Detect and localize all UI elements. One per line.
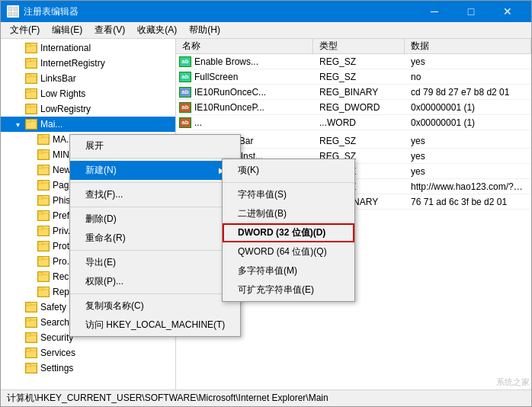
table-row[interactable]: ab FullScreen REG_SZ no xyxy=(176,69,531,85)
menu-edit[interactable]: 编辑(E) xyxy=(46,22,88,38)
primary-context-menu[interactable]: 展开 新建(N) ▶ 查找(F)... 删除(D) 重命名(R) 导出(E) 权… xyxy=(69,134,241,337)
svg-rect-3 xyxy=(14,12,18,16)
svg-rect-32 xyxy=(38,259,49,266)
ctx-expand[interactable]: 展开 xyxy=(70,136,240,155)
row-type-cell: REG_BINARY xyxy=(313,87,405,98)
tree-item-settings[interactable]: Settings xyxy=(1,361,175,376)
svg-rect-24 xyxy=(38,198,49,205)
row-type-cell: REG_DWORD xyxy=(313,102,405,113)
folder-icon xyxy=(25,119,37,130)
row-name-cell: ab Enable Brows... xyxy=(176,56,313,67)
svg-rect-8 xyxy=(26,76,37,83)
ctx-new-expandstring[interactable]: 可扩充字符串值(E) xyxy=(223,280,354,300)
svg-rect-19 xyxy=(38,151,43,153)
menu-bar: 文件(F) 编辑(E) 查看(V) 收藏夹(A) 帮助(H) xyxy=(1,22,531,39)
ctx-new-dword[interactable]: DWORD (32 位值)(D) xyxy=(223,223,354,242)
secondary-context-menu[interactable]: 项(K) 字符串值(S) 二进制值(B) DWORD (32 位值)(D) QW… xyxy=(222,159,355,302)
svg-rect-27 xyxy=(38,212,43,214)
ctx-copy-name[interactable]: 复制项名称(C) xyxy=(70,296,240,316)
row-data-cell: 0x00000001 (1) xyxy=(405,117,531,128)
table-row[interactable]: ab ... ...WORD 0x00000001 (1) xyxy=(176,115,531,130)
col-header-type: 类型 xyxy=(313,39,405,53)
table-row[interactable]: ab IE10RunOnceC... REG_BINARY cd 79 8d 2… xyxy=(176,85,531,100)
svg-rect-46 xyxy=(26,366,37,373)
svg-rect-1 xyxy=(14,7,18,11)
row-type-cell: REG_SZ xyxy=(313,56,405,67)
table-row[interactable]: ab Enable Brows... REG_SZ yes xyxy=(176,54,531,69)
close-button[interactable]: ✕ xyxy=(490,1,525,22)
row-name-cell: ab FullScreen xyxy=(176,72,313,82)
folder-icon xyxy=(37,241,50,252)
ctx-delete[interactable]: 删除(D) xyxy=(70,210,240,229)
ctx-new-binary[interactable]: 二进制值(B) xyxy=(223,204,354,223)
svg-rect-7 xyxy=(26,59,30,62)
folder-icon xyxy=(25,348,37,358)
ctx-find[interactable]: 查找(F)... xyxy=(70,185,240,204)
tree-item-lowregistry[interactable]: LowRegistry xyxy=(1,101,175,117)
reg-sz-icon: ab xyxy=(179,72,191,82)
svg-rect-9 xyxy=(26,75,30,77)
menu-help[interactable]: 帮助(H) xyxy=(183,22,226,38)
table-row[interactable]: ab IE10RunOnceP... REG_DWORD 0x00000001 … xyxy=(176,100,531,115)
folder-icon xyxy=(37,149,50,160)
tree-item-label: LinksBar xyxy=(40,73,76,84)
reg-icon: ab xyxy=(179,117,191,128)
tree-item-label: Security xyxy=(40,332,73,343)
svg-rect-0 xyxy=(8,7,12,11)
folder-icon xyxy=(37,180,50,191)
row-data-cell: 0x00000001 (1) xyxy=(405,102,531,113)
svg-rect-13 xyxy=(26,105,30,107)
ctx-new-key[interactable]: 项(K) xyxy=(223,161,354,180)
svg-rect-4 xyxy=(26,46,37,53)
tree-item-label: Services xyxy=(40,348,75,358)
svg-rect-29 xyxy=(38,227,43,229)
row-data-cell: http://www.hao123.com/?tn=12 xyxy=(405,181,531,192)
folder-icon xyxy=(25,88,37,99)
tree-item-internetregistry[interactable]: InternetRegistry xyxy=(1,56,175,71)
svg-rect-18 xyxy=(38,152,49,159)
ctx-new[interactable]: 新建(N) ▶ xyxy=(70,161,240,180)
svg-rect-11 xyxy=(26,90,30,92)
svg-rect-10 xyxy=(26,91,37,98)
folder-icon xyxy=(25,43,37,53)
ctx-export[interactable]: 导出(E) xyxy=(70,253,240,272)
ctx-permissions[interactable]: 权限(P)... xyxy=(70,272,240,291)
svg-rect-25 xyxy=(38,197,43,199)
menu-file[interactable]: 文件(F) xyxy=(4,22,46,38)
folder-icon xyxy=(25,58,37,69)
maximize-button[interactable]: □ xyxy=(453,1,489,22)
ctx-new-multistring[interactable]: 多字符串值(M) xyxy=(223,261,354,280)
svg-rect-28 xyxy=(38,229,49,236)
ctx-access-hklm[interactable]: 访问 HKEY_LOCAL_MACHINE(T) xyxy=(70,316,240,335)
ctx-rename[interactable]: 重命名(R) xyxy=(70,229,240,248)
svg-rect-5 xyxy=(26,44,30,46)
folder-icon xyxy=(37,287,50,297)
menu-favorites[interactable]: 收藏夹(A) xyxy=(131,22,183,38)
row-data-cell: no xyxy=(405,72,531,82)
minimize-button[interactable]: ─ xyxy=(417,1,452,22)
tree-item-services[interactable]: Services xyxy=(1,345,175,361)
tree-item-label: InternetRegistry xyxy=(40,58,105,69)
svg-rect-36 xyxy=(38,290,49,296)
reg-dword-icon: ab xyxy=(179,102,191,113)
ctx-new-qword[interactable]: QWORD (64 位值)(Q) xyxy=(223,242,354,261)
ctx-new-string[interactable]: 字符串值(S) xyxy=(223,185,354,204)
folder-icon xyxy=(37,226,50,236)
menu-view[interactable]: 查看(V) xyxy=(88,22,131,38)
reg-sz-icon: ab xyxy=(179,56,191,67)
tree-expand-arrow: ▾ xyxy=(16,120,25,129)
folder-icon xyxy=(25,332,37,343)
folder-icon xyxy=(25,363,37,373)
svg-rect-39 xyxy=(26,303,30,306)
tree-item-international[interactable]: International xyxy=(1,40,175,56)
tree-item-lowrights[interactable]: Low Rights xyxy=(1,86,175,101)
svg-rect-22 xyxy=(38,183,49,190)
svg-rect-38 xyxy=(26,305,37,312)
tree-item-main[interactable]: ▾ Mai... xyxy=(1,117,175,132)
folder-icon xyxy=(25,302,37,312)
status-path: 计算机\HKEY_CURRENT_USER\SOFTWARE\Microsoft… xyxy=(7,392,328,405)
tree-item-linksbar[interactable]: LinksBar xyxy=(1,71,175,86)
svg-rect-20 xyxy=(38,168,49,175)
svg-rect-30 xyxy=(38,244,49,251)
folder-icon xyxy=(37,195,50,206)
